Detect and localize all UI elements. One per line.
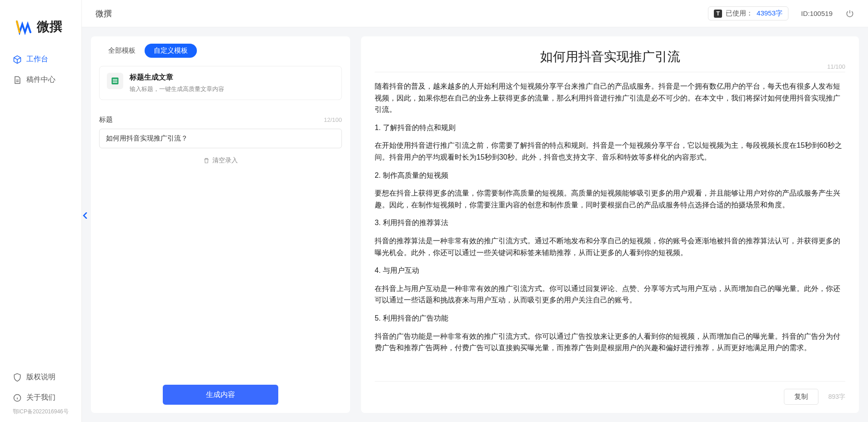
usage-badge[interactable]: T 已使用： 43953字	[708, 6, 788, 20]
title-field-label: 标题	[99, 116, 113, 124]
shield-icon	[13, 373, 22, 382]
article-paragraph: 2. 制作高质量的短视频	[375, 170, 845, 181]
sidebar-item-label: 关于我们	[26, 393, 55, 402]
svg-rect-4	[113, 79, 117, 80]
svg-rect-6	[113, 82, 117, 83]
template-desc: 输入标题，一键生成高质量文章内容	[130, 85, 224, 93]
text-icon: T	[714, 10, 722, 18]
document-icon	[13, 75, 22, 85]
power-icon[interactable]	[845, 9, 854, 18]
template-meta: 标题生成文章 输入标题，一键生成高质量文章内容	[130, 73, 224, 93]
sidebar-item-about[interactable]: 关于我们	[0, 387, 81, 408]
icp-number: 鄂ICP备2022016946号	[0, 408, 81, 416]
user-id: ID:100519	[801, 10, 833, 17]
sidebar-item-drafts[interactable]: 稿件中心	[0, 70, 81, 90]
generate-button[interactable]: 生成内容	[163, 385, 278, 405]
sidebar-item-workbench[interactable]: 工作台	[0, 49, 81, 70]
brand-name: 微撰	[37, 18, 62, 35]
sidebar-item-label: 稿件中心	[26, 75, 55, 85]
svg-rect-5	[113, 80, 117, 81]
title-input[interactable]	[99, 129, 342, 148]
article-paragraph: 在抖音上与用户互动是一种非常有效的推广引流方式。你可以通过回复评论、点赞、分享等…	[375, 283, 845, 306]
logo: 微撰	[0, 0, 81, 49]
page-title: 微撰	[95, 8, 112, 19]
article-paragraph: 4. 与用户互动	[375, 265, 845, 276]
template-card[interactable]: 标题生成文章 输入标题，一键生成高质量文章内容	[99, 66, 342, 100]
article-paragraph: 要想在抖音上获得更多的流量，你需要制作高质量的短视频。高质量的短视频能够吸引更多…	[375, 187, 845, 211]
sidebar-bottom: 版权说明 关于我们 鄂ICP备2022016946号	[0, 367, 81, 416]
article-paragraph: 抖音的推荐算法是一种非常有效的推广引流方式。通过不断地发布和分享自己的短视频，你…	[375, 235, 845, 258]
article-paragraph: 在开始使用抖音进行推广引流之前，你需要了解抖音的特点和规则。抖音是一个短视频分享…	[375, 140, 845, 163]
usage-value: 43953字	[757, 9, 783, 18]
output-footer: 复制 893字	[375, 381, 845, 405]
clear-button[interactable]: 清空录入	[91, 156, 350, 165]
input-panel: 全部模板 自定义模板 标题生成文章 输入标题，一键生成高质量文章内容 标题 12…	[91, 36, 350, 413]
article-paragraph: 1. 了解抖音的特点和规则	[375, 122, 845, 134]
tab-custom-templates[interactable]: 自定义模板	[145, 44, 197, 58]
copy-button[interactable]: 复制	[784, 389, 818, 405]
title-field-count: 12/100	[324, 116, 342, 123]
cube-icon	[13, 55, 22, 64]
clear-label: 清空录入	[212, 156, 238, 165]
logo-icon	[16, 19, 32, 35]
template-title: 标题生成文章	[130, 73, 224, 82]
article-paragraph: 3. 利用抖音的推荐算法	[375, 217, 845, 229]
sidebar-item-label: 工作台	[26, 55, 48, 64]
article-body: 随着抖音的普及，越来越多的人开始利用这个短视频分享平台来推广自己的产品或服务。抖…	[375, 72, 845, 381]
trash-icon	[203, 157, 210, 164]
sidebar-item-copyright[interactable]: 版权说明	[0, 367, 81, 387]
template-icon-wrap	[107, 73, 123, 89]
article-title: 如何用抖音实现推广引流	[375, 48, 845, 65]
topbar: 微撰 T 已使用： 43953字 ID:100519	[82, 0, 868, 27]
output-panel: 如何用抖音实现推广引流 11/100 随着抖音的普及，越来越多的人开始利用这个短…	[361, 36, 859, 413]
title-field-header: 标题 12/100	[91, 106, 350, 129]
article-title-count: 11/100	[827, 63, 845, 70]
tab-all-templates[interactable]: 全部模板	[99, 44, 145, 58]
article-paragraph: 抖音的广告功能是一种非常有效的推广引流方式。你可以通过广告投放来让更多的人看到你…	[375, 331, 845, 354]
info-icon	[13, 393, 22, 402]
article-paragraph: 5. 利用抖音的广告功能	[375, 312, 845, 324]
usage-label: 已使用：	[726, 9, 753, 18]
template-tabs: 全部模板 自定义模板	[91, 36, 350, 63]
sheet-icon	[110, 76, 120, 85]
word-count: 893字	[828, 393, 845, 401]
sidebar: 微撰 工作台 稿件中心 版权说明 关于我们 鄂ICP备2022016946号	[0, 0, 82, 422]
article-head: 如何用抖音实现推广引流 11/100	[375, 48, 845, 72]
main-area: 全部模板 自定义模板 标题生成文章 输入标题，一键生成高质量文章内容 标题 12…	[82, 27, 868, 422]
article-paragraph: 随着抖音的普及，越来越多的人开始利用这个短视频分享平台来推广自己的产品或服务。抖…	[375, 80, 845, 116]
sidebar-item-label: 版权说明	[26, 372, 55, 382]
topbar-right: T 已使用： 43953字 ID:100519	[708, 6, 868, 20]
